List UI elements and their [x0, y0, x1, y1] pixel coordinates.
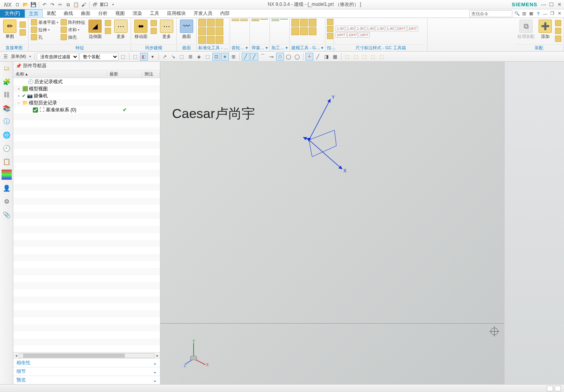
maximize-button[interactable]: ☐ [548, 2, 555, 8]
rb-color-icon[interactable] [2, 170, 12, 180]
std-tool-4[interactable] [198, 27, 206, 35]
add-asm-button[interactable]: ➕ 添加 [537, 19, 553, 40]
tb2-asm1[interactable]: ⬚ [343, 53, 351, 61]
rb-reuse-icon[interactable]: 📚 [2, 103, 12, 113]
rb-web-icon[interactable]: 🌐 [2, 130, 12, 140]
tab-curve[interactable]: 曲线 [60, 9, 77, 18]
tree-row[interactable]: −📁模型历史记录 [13, 99, 160, 106]
sketch-opt1[interactable] [19, 21, 27, 28]
dim-7[interactable]: 10H7 [396, 26, 407, 31]
mt-6[interactable] [309, 27, 316, 35]
dim-5[interactable]: 1.00 [375, 26, 385, 31]
copy-icon[interactable]: ⧉ [65, 1, 72, 8]
rb-asm-nav-icon[interactable]: 🧩 [2, 77, 12, 87]
tb2-circle1[interactable]: ⊙ [276, 53, 284, 61]
dim-2[interactable]: 1.00 [346, 26, 355, 31]
datum-plane-button[interactable]: 基准平面▾ [30, 19, 59, 26]
col-latest[interactable]: 最新 [107, 71, 142, 77]
dim-6[interactable]: 1.00 [386, 26, 395, 31]
tb2-line2[interactable]: ╱ [250, 53, 258, 61]
child-restore-button[interactable]: ❐ [549, 11, 555, 17]
pattern-button[interactable]: 阵列特征 [60, 19, 86, 26]
dim-8[interactable]: 10H7 [407, 26, 418, 31]
chamfer-button[interactable]: ◢ 边倒圆 [87, 19, 103, 40]
col-name[interactable]: 名称 ▴ [13, 71, 107, 77]
gear-3[interactable] [232, 20, 239, 21]
feature-extra1[interactable] [104, 20, 112, 27]
tb2-body[interactable]: ▦ [331, 53, 339, 61]
gear-4[interactable] [240, 20, 248, 21]
asm-extra2[interactable] [554, 27, 562, 34]
hole-button[interactable]: 孔 [30, 34, 59, 41]
mach-2[interactable] [280, 19, 288, 20]
help-icon[interactable]: ? [535, 11, 541, 17]
gear-2[interactable] [240, 19, 248, 20]
std-tool-1[interactable] [198, 19, 206, 27]
dim-10[interactable]: 10H7 [347, 32, 358, 38]
mach-3[interactable] [271, 20, 279, 21]
tab-internal[interactable]: 内部 [216, 9, 234, 18]
spring-3[interactable] [251, 20, 259, 21]
scope-combo[interactable]: 整个装配 [79, 53, 119, 61]
tb2-arc[interactable]: ⌒ [259, 53, 267, 61]
layout2-icon[interactable]: ▦ [528, 11, 534, 17]
rb-process-icon[interactable]: 📋 [2, 156, 12, 166]
tb2-c4[interactable]: ⊞ [187, 53, 194, 61]
std-tool-5[interactable] [207, 27, 215, 35]
shell-button[interactable]: 抽壳 [60, 34, 86, 41]
tb2-face[interactable]: ◨ [323, 53, 330, 61]
nav-tree[interactable]: 🕘历史记录模式+🟩模型视图+✔📷摄像机−📁模型历史记录⛶基准坐标系 (0)✔ [13, 78, 160, 352]
tab-render[interactable]: 渲染 [129, 9, 146, 18]
rb-part-nav-icon[interactable]: 🗂 [2, 63, 12, 73]
search-icon[interactable]: 🔍 [514, 11, 520, 17]
tree-row[interactable]: +🟩模型视图 [13, 85, 160, 92]
tb2-c9[interactable]: ⊞ [230, 53, 237, 61]
save-icon[interactable]: 💾 [30, 1, 37, 8]
window-icon[interactable]: 🗗 [92, 1, 99, 8]
paste-icon[interactable]: 📋 [72, 1, 79, 8]
feature-more-button[interactable]: ⋯ 更多 [113, 19, 129, 40]
col-note[interactable]: 附注 [142, 71, 160, 77]
datum-csys-display[interactable]: Y X [286, 95, 348, 181]
sketch-opt2[interactable] [19, 29, 27, 36]
tb2-asm3[interactable]: ⬚ [361, 53, 368, 61]
tb2-plus[interactable]: ✛ [305, 53, 313, 61]
tb2-asm4[interactable]: ⬚ [369, 53, 377, 61]
pin-icon[interactable]: 📌 [16, 63, 22, 69]
status-icon-1[interactable] [547, 386, 553, 391]
layout1-icon[interactable]: ▥ [521, 11, 527, 17]
tree-row[interactable]: 🕘历史记录模式 [13, 78, 160, 85]
child-close-button[interactable]: ✕ [556, 11, 562, 17]
tb2-c6[interactable]: ⬚ [204, 53, 212, 61]
mt-1[interactable] [291, 19, 299, 27]
tb2-opt1[interactable]: ⬚ [119, 53, 127, 61]
mt-5[interactable] [300, 27, 308, 35]
section-detail[interactable]: 细节⌄ [13, 367, 160, 376]
gear-1[interactable] [232, 19, 239, 20]
tree-checkbox[interactable] [33, 107, 38, 113]
cut-icon[interactable]: ✂ [57, 1, 64, 8]
tab-dev[interactable]: 开发人员 [190, 9, 216, 18]
tb2-circle3[interactable]: ◯ [293, 53, 301, 61]
nav-hscroll[interactable]: ◂ ▸ [13, 352, 160, 358]
rb-constraint-icon[interactable]: ⛓ [2, 90, 12, 100]
expand-icon[interactable]: − [16, 101, 21, 105]
sync-extra1[interactable] [150, 20, 158, 27]
tab-view[interactable]: 视图 [111, 9, 129, 18]
tree-row[interactable]: ⛶基准坐标系 (0)✔ [13, 106, 160, 113]
tb2-circle2[interactable]: ◯ [285, 53, 293, 61]
tb2-sel1[interactable]: ⬚ [131, 53, 139, 61]
filter-combo[interactable]: 没有选择过滤器 [37, 53, 79, 61]
asm-extra3[interactable] [554, 35, 562, 42]
tb2-c7[interactable]: ⊡ [212, 53, 220, 61]
tb2-sel2[interactable]: ◧ [140, 53, 148, 61]
tb2-spline[interactable]: ↝ [268, 53, 275, 61]
new-file-icon[interactable]: 🗋 [14, 1, 21, 8]
minimize-button[interactable]: — [541, 2, 547, 8]
dim-3[interactable]: 1.00 [356, 26, 365, 31]
drop-2[interactable] [327, 26, 333, 32]
tb2-c3[interactable]: ⬚ [178, 53, 186, 61]
tab-app[interactable]: 应用模块 [163, 9, 190, 18]
tb2-asm2[interactable]: ⬚ [352, 53, 360, 61]
expand-icon[interactable]: + [16, 87, 21, 91]
